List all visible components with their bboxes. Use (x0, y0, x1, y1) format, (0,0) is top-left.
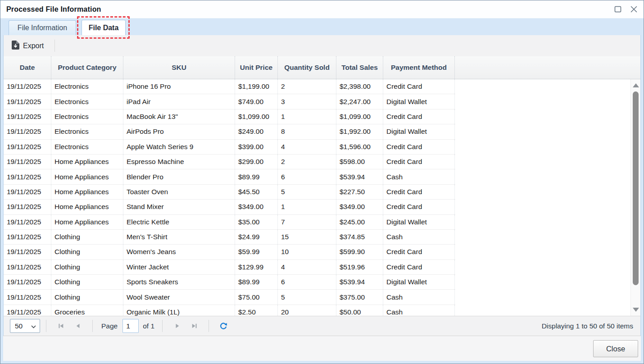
scroll-down-arrow-icon[interactable] (633, 308, 639, 312)
previous-page-button[interactable] (73, 321, 83, 332)
table-cell: Cash (383, 169, 455, 184)
table-row[interactable]: 19/11/2025Home AppliancesEspresso Machin… (4, 155, 455, 169)
table-cell: Groceries (51, 305, 123, 316)
table-cell: Toaster Oven (123, 185, 235, 199)
scrollbar-thumb[interactable] (633, 91, 639, 285)
table-row[interactable]: 19/11/2025ClothingWool Sweater$75.005$37… (4, 290, 455, 305)
table-row[interactable]: 19/11/2025ElectronicsiPad Air$749.003$2,… (4, 94, 455, 109)
table-cell: Home Appliances (51, 155, 123, 169)
tab-file-data-label: File Data (89, 24, 119, 32)
table-cell: 19/11/2025 (4, 260, 51, 274)
vertical-scrollbar[interactable] (630, 79, 640, 316)
file-download-icon (12, 41, 19, 51)
table-row[interactable]: 19/11/2025GroceriesOrganic Milk (1L)$2.5… (4, 305, 455, 316)
close-icon[interactable] (629, 5, 638, 14)
tab-file-information-label: File Information (18, 24, 67, 32)
table-cell: Clothing (51, 275, 123, 289)
column-header[interactable]: Unit Price (235, 56, 278, 79)
page-number-input[interactable] (122, 319, 139, 333)
table-cell: 2 (278, 155, 336, 169)
table-cell: $349.00 (336, 200, 383, 214)
table-row[interactable]: 19/11/2025ElectronicsiPhone 16 Pro$1,199… (4, 79, 455, 94)
processed-file-information-dialog: Processed File Information File Informat… (0, 0, 644, 364)
table-row[interactable]: 19/11/2025ElectronicsAirPods Pro$249.008… (4, 124, 455, 139)
table-cell: MacBook Air 13" (123, 109, 235, 124)
next-page-button[interactable] (172, 321, 182, 332)
column-header[interactable]: Total Sales (336, 56, 383, 79)
table-cell: $749.00 (235, 94, 278, 109)
file-data-panel: Export DateProduct CategorySKUUnit Price… (3, 35, 641, 336)
table-row[interactable]: 19/11/2025ElectronicsApple Watch Series … (4, 140, 455, 155)
table-cell: Credit Card (383, 185, 455, 199)
table-cell: $249.00 (235, 124, 278, 139)
table-cell: 19/11/2025 (4, 155, 51, 169)
export-button[interactable]: Export (8, 38, 47, 54)
table-cell: 19/11/2025 (4, 94, 51, 109)
table-cell: $1,199.00 (235, 79, 278, 94)
table-row[interactable]: 19/11/2025Home AppliancesBlender Pro$89.… (4, 169, 455, 184)
table-cell: $24.99 (235, 230, 278, 244)
table-cell: $2,398.00 (336, 79, 383, 94)
column-header[interactable]: Date (4, 56, 51, 79)
table-cell: $89.99 (235, 169, 278, 184)
table-cell: $129.99 (235, 260, 278, 274)
refresh-icon[interactable] (218, 321, 229, 332)
last-page-button[interactable] (189, 321, 200, 332)
table-cell: Electronics (51, 94, 123, 109)
table-cell: 4 (278, 140, 336, 154)
table-row[interactable]: 19/11/2025Home AppliancesElectric Kettle… (4, 215, 455, 230)
table-row[interactable]: 19/11/2025ClothingSports Sneakers$89.996… (4, 275, 455, 290)
table-cell: $50.00 (336, 305, 383, 316)
table-cell: $2,247.00 (336, 94, 383, 109)
page-size-select[interactable]: 50 (10, 319, 40, 333)
table-cell: Clothing (51, 290, 123, 304)
table-cell: Home Appliances (51, 185, 123, 199)
column-header[interactable]: Quantity Sold (278, 56, 336, 79)
table-cell: 8 (278, 124, 336, 139)
table-cell: Home Appliances (51, 215, 123, 229)
tab-bar: File Information File Data (3, 20, 641, 35)
table-cell: $349.00 (235, 200, 278, 214)
table-row[interactable]: 19/11/2025ClothingWomen's Jeans$59.9910$… (4, 245, 455, 259)
table-row[interactable]: 19/11/2025ClothingMen's T-Shirt$24.9915$… (4, 230, 455, 245)
column-header[interactable]: Payment Method (383, 56, 455, 79)
table-cell: $399.00 (235, 140, 278, 154)
paging-separator (46, 320, 46, 332)
column-header[interactable]: Product Category (51, 56, 123, 79)
scroll-up-arrow-icon[interactable] (633, 83, 639, 87)
tab-file-information[interactable]: File Information (9, 20, 76, 35)
table-cell: 19/11/2025 (4, 200, 51, 214)
page-count-label: of 1 (143, 322, 154, 330)
table-body-rows: 19/11/2025ElectronicsiPhone 16 Pro$1,199… (4, 79, 455, 316)
table-cell: $375.00 (336, 290, 383, 304)
table-row[interactable]: 19/11/2025Home AppliancesStand Mixer$349… (4, 200, 455, 214)
table-cell: $1,596.00 (336, 140, 383, 154)
paging-toolbar: 50 Page of 1 (4, 316, 640, 336)
table-cell: Men's T-Shirt (123, 230, 235, 244)
table-body: 19/11/2025ElectronicsiPhone 16 Pro$1,199… (4, 79, 640, 316)
table-cell: Credit Card (383, 200, 455, 214)
table-cell: 19/11/2025 (4, 79, 51, 94)
table-cell: Blender Pro (123, 169, 235, 184)
table-cell: $75.00 (235, 290, 278, 304)
first-page-button[interactable] (55, 321, 66, 332)
maximize-icon[interactable] (613, 5, 622, 14)
close-button[interactable]: Close (593, 340, 638, 357)
column-header[interactable]: SKU (123, 56, 235, 79)
table-cell: Credit Card (383, 79, 455, 94)
table-cell: 19/11/2025 (4, 275, 51, 289)
table-cell: $89.99 (235, 275, 278, 289)
tab-file-data[interactable]: File Data (82, 20, 126, 35)
table-cell: 19/11/2025 (4, 245, 51, 259)
table-cell: 19/11/2025 (4, 109, 51, 124)
table-cell: $519.96 (336, 260, 383, 274)
table-cell: Digital Wallet (383, 215, 455, 229)
table-cell: Cash (383, 290, 455, 304)
table-row[interactable]: 19/11/2025ClothingWinter Jacket$129.994$… (4, 260, 455, 275)
table-row[interactable]: 19/11/2025ElectronicsMacBook Air 13"$1,0… (4, 109, 455, 124)
table-cell: $2.50 (235, 305, 278, 316)
table-row[interactable]: 19/11/2025Home AppliancesToaster Oven$45… (4, 185, 455, 200)
table-cell: 19/11/2025 (4, 140, 51, 154)
table-cell: Credit Card (383, 155, 455, 169)
grid-toolbar: Export (4, 35, 640, 56)
